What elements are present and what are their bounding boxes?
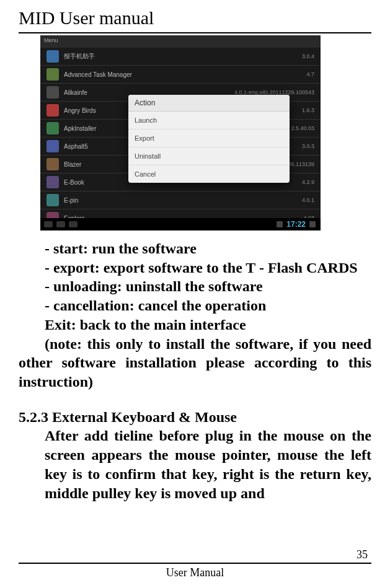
app-icon [47,104,59,116]
line-cancellation: - cancellation: cancel the operation [19,296,371,315]
header-rule [19,32,371,33]
app-name: Angry Birds [64,107,96,114]
app-version: 4.0.1 [302,197,314,203]
section-heading: 5.2.3 External Keyboard & Mouse [19,408,371,427]
app-icon [47,140,59,152]
app-name: Alikainfe [64,89,87,96]
clock: 17:22 [286,220,306,229]
section-body: After add tieline before plug in the mou… [19,426,371,502]
section-paragraph: After add tieline before plug in the mou… [19,426,371,502]
line-export: - export: export software to the T - Fla… [19,258,371,278]
app-icon [47,68,59,81]
app-name: E-Book [64,179,84,186]
app-name: 报手机助手 [64,52,95,61]
dialog-item-uninstall[interactable]: Uninstall [128,147,290,165]
footer: 35 User Manual [19,548,371,579]
screenshot-header: Menu [40,35,321,48]
dialog-item-export[interactable]: Export [128,129,290,147]
back-icon [44,221,53,227]
recent-icon [69,221,78,227]
app-icon [47,176,59,188]
app-icon [47,122,59,134]
dialog-title: Action [128,95,290,112]
app-version: 1.6.3 [302,107,314,113]
app-icon [47,194,59,206]
app-version: 3.0.3 [302,143,314,149]
app-row[interactable]: 报手机助手3.0.4 [40,48,321,66]
battery-icon [309,221,316,227]
page-number: 35 [19,548,371,561]
line-note: (note: this only to install the software… [19,335,371,392]
doc-title: MID User manual [19,7,371,29]
android-screenshot: Menu 报手机助手3.0.4Advanced Task Manager4.7A… [40,35,321,230]
app-name: Advanced Task Manager [64,71,132,78]
taskbar: 17:22 [40,218,321,230]
line-unloading: - unloading: uninstall the software [19,277,371,296]
body-text: - start: run the software - export: expo… [19,239,371,502]
footer-label: User Manual [19,566,371,579]
app-version: 2.5.40.03 [291,125,314,131]
app-name: Blazer [64,161,81,168]
taskbar-nav [44,221,78,227]
dialog-item-cancel[interactable]: Cancel [128,165,290,183]
line-start: - start: run the software [19,239,371,258]
dialog-item-launch[interactable]: Launch [128,112,290,129]
home-icon [56,221,65,227]
action-dialog: Action LaunchExportUninstallCancel [128,95,290,183]
app-name: ApkInstaller [64,125,96,132]
line-exit: Exit: back to the main interface [19,315,371,335]
app-row[interactable]: E-pin4.0.1 [40,191,321,209]
app-version: 4.7 [306,71,314,77]
signal-icon [277,221,283,227]
app-name: E-pin [64,197,78,204]
app-version: 4.2.9 [302,179,314,185]
app-icon [47,86,59,99]
app-version: 3.0.4 [302,53,314,59]
app-icon [47,50,59,63]
app-icon [47,158,59,170]
app-name: Asphalt5 [64,143,88,150]
footer-rule [19,563,371,564]
app-row[interactable]: Advanced Task Manager4.7 [40,66,321,84]
